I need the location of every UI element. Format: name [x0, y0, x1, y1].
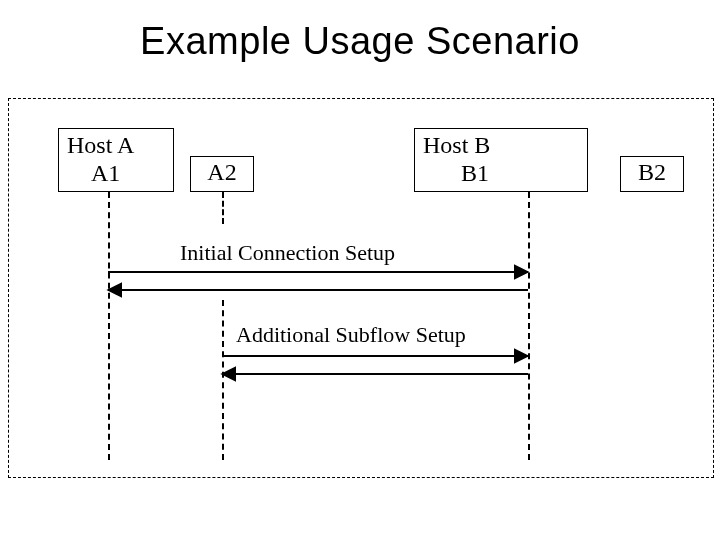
host-a-if1-label: A1: [67, 159, 165, 187]
additional-subflow-label: Additional Subflow Setup: [236, 322, 466, 348]
host-a-if2-label: A2: [207, 159, 236, 185]
host-b-box: Host B B1: [414, 128, 588, 192]
initial-connection-label: Initial Connection Setup: [180, 240, 395, 266]
host-b-label: Host B: [423, 132, 490, 158]
host-a-label: Host A: [67, 132, 134, 158]
host-b-if2-box: B2: [620, 156, 684, 192]
lifeline-a2-upper: [222, 192, 224, 224]
host-a-box: Host A A1: [58, 128, 174, 192]
host-b-if1-label: B1: [423, 159, 579, 187]
lifeline-b1: [528, 192, 530, 460]
lifeline-a2-lower: [222, 300, 224, 460]
host-a-if2-box: A2: [190, 156, 254, 192]
page-title: Example Usage Scenario: [0, 20, 720, 63]
lifeline-a1: [108, 192, 110, 460]
host-b-if2-label: B2: [638, 159, 666, 185]
